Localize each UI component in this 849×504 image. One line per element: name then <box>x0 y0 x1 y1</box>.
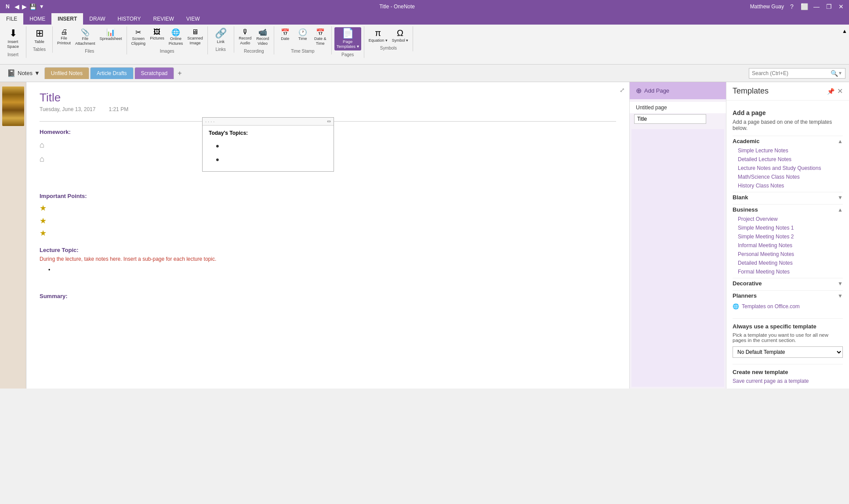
symbol-button[interactable]: Ω Symbol ▾ <box>390 27 410 44</box>
group-label-recording: Recording <box>244 47 264 54</box>
category-academic-header[interactable]: Academic ▲ <box>733 136 843 146</box>
topics-box-resize[interactable]: ⇔ <box>327 119 331 124</box>
tab-draw[interactable]: DRAW <box>83 13 111 25</box>
tab-review[interactable]: REVIEW <box>147 13 180 25</box>
table-button[interactable]: ⊞ Table <box>30 27 49 45</box>
file-attachment-button[interactable]: 📎 FileAttachment <box>73 27 97 47</box>
template-math-science-notes[interactable]: Math/Science Class Notes <box>733 173 843 181</box>
category-decorative-header[interactable]: Decorative ▼ <box>733 278 843 288</box>
default-template-select[interactable]: No Default Template <box>733 346 843 358</box>
online-pictures-button[interactable]: 🌐 OnlinePictures <box>167 27 185 47</box>
link-button[interactable]: 🔗 Link <box>211 27 230 45</box>
star-icon-2: ★ <box>40 215 616 227</box>
help-btn[interactable]: ? <box>787 3 796 10</box>
record-audio-button[interactable]: 🎙 RecordAudio <box>237 27 254 47</box>
template-simple-lecture-notes[interactable]: Simple Lecture Notes <box>733 146 843 155</box>
date-button[interactable]: 📅 Date <box>277 27 294 47</box>
tab-view[interactable]: VIEW <box>180 13 206 25</box>
notebook-selector[interactable]: 📓 Notes ▼ <box>4 67 44 79</box>
page-templates-button[interactable]: 📄 PageTemplates ▾ <box>334 27 361 50</box>
maximize-btn[interactable]: ❐ <box>824 3 833 10</box>
scanned-image-button[interactable]: 🖥 ScannedImage <box>185 27 205 47</box>
template-personal-meeting-notes[interactable]: Personal Meeting Notes <box>733 250 843 259</box>
search-btn[interactable]: 🔍 <box>831 70 838 77</box>
time-button[interactable]: 🕐 Time <box>294 27 311 47</box>
add-section-btn[interactable]: + <box>175 68 184 79</box>
category-planners-header[interactable]: Planners ▼ <box>733 290 843 301</box>
summary-label: Summary: <box>40 293 616 299</box>
page-title-input[interactable] <box>634 114 706 124</box>
tab-history[interactable]: HISTORY <box>112 13 147 25</box>
always-use-desc: Pick a template you want to use for all … <box>733 332 843 343</box>
template-detailed-lecture-notes[interactable]: Detailed Lecture Notes <box>733 155 843 164</box>
group-label-tables: Tables <box>33 45 46 52</box>
star-icon-1: ★ <box>40 202 616 215</box>
tab-insert[interactable]: INSERT <box>51 13 83 25</box>
template-formal-meeting-notes[interactable]: Formal Meeting Notes <box>733 267 843 276</box>
quick-access-more[interactable]: ▼ <box>39 4 44 10</box>
section-tab-scratchpad[interactable]: Scratchpad <box>134 67 174 79</box>
page-item-untitled[interactable]: Untitled page <box>630 102 726 113</box>
template-history-class-notes[interactable]: History Class Notes <box>733 181 843 190</box>
office-com-link[interactable]: 🌐 Templates on Office.com <box>733 301 843 312</box>
template-project-overview[interactable]: Project Overview <box>733 215 843 223</box>
date-time-icon: 📅 <box>316 28 325 36</box>
insert-space-button[interactable]: ⬇ InsertSpace <box>4 27 23 50</box>
restore-btn[interactable]: ⬜ <box>800 3 809 10</box>
template-simple-meeting-notes-1[interactable]: Simple Meeting Notes 1 <box>733 223 843 232</box>
quick-access-back[interactable]: ◀ <box>15 3 19 10</box>
category-blank-header[interactable]: Blank ▼ <box>733 192 843 202</box>
save-as-template-link[interactable]: Save current page as a template <box>733 378 843 384</box>
category-academic-label: Academic <box>733 138 759 144</box>
topics-box-content[interactable]: Today's Topics: • • <box>203 126 334 171</box>
add-page-btn[interactable]: ⊕ Add Page <box>630 82 726 99</box>
screen-clipping-button[interactable]: ✂ ScreenClipping <box>130 27 148 47</box>
insert-space-icon: ⬇ <box>9 29 17 38</box>
ribbon-collapse-btn[interactable]: ▲ <box>840 26 849 36</box>
star-icon-3: ★ <box>40 227 616 240</box>
topics-box-dots: · · · · <box>205 119 214 124</box>
always-use-title: Always use a specific template <box>733 323 843 330</box>
title-bar-right: Matthew Guay ? ⬜ — ❐ ✕ <box>750 3 845 10</box>
record-video-button[interactable]: 📹 RecordVideo <box>254 27 271 47</box>
category-business-label: Business <box>733 206 758 213</box>
templates-pin-btn[interactable]: 📌 <box>827 88 834 95</box>
table-icon: ⊞ <box>36 29 44 38</box>
quick-access-forward[interactable]: ▶ <box>22 3 27 10</box>
category-blank-chevron: ▼ <box>838 194 843 201</box>
expand-btn[interactable]: ⤢ <box>620 86 625 94</box>
date-time-button[interactable]: 📅 Date &Time <box>312 27 329 47</box>
section-tab-unfiled[interactable]: Unfiled Notes <box>44 67 89 79</box>
template-informal-meeting-notes[interactable]: Informal Meeting Notes <box>733 241 843 250</box>
ribbon-group-recording: 🎙 RecordAudio 📹 RecordVideo Recording <box>234 26 274 54</box>
equation-button[interactable]: π Equation ▾ <box>367 27 389 44</box>
pictures-button[interactable]: 🖼 Pictures <box>148 27 166 47</box>
category-decorative-label: Decorative <box>733 280 762 287</box>
template-simple-meeting-notes-2[interactable]: Simple Meeting Notes 2 <box>733 232 843 241</box>
close-btn[interactable]: ✕ <box>837 3 845 10</box>
pictures-icon: 🖼 <box>153 28 160 36</box>
record-audio-icon: 🎙 <box>242 28 249 36</box>
category-blank-label: Blank <box>733 194 748 201</box>
search-input[interactable] <box>752 70 831 76</box>
spreadsheet-button[interactable]: 📊 Spreadsheet <box>98 27 124 47</box>
file-printout-icon: 🖨 <box>61 28 68 36</box>
note-title[interactable]: Title <box>40 91 616 104</box>
templates-header: Templates 📌 ✕ <box>726 82 849 101</box>
quick-access-save[interactable]: 💾 <box>29 4 36 10</box>
onenote-logo: N <box>4 3 12 11</box>
category-business-header[interactable]: Business ▲ <box>733 204 843 215</box>
office-com-icon: 🌐 <box>733 303 739 310</box>
online-pictures-icon: 🌐 <box>171 28 180 36</box>
template-detailed-meeting-notes[interactable]: Detailed Meeting Notes <box>733 259 843 267</box>
templates-close-btn[interactable]: ✕ <box>837 87 843 95</box>
file-printout-button[interactable]: 🖨 FilePrintout <box>55 27 73 47</box>
tab-file[interactable]: FILE <box>0 13 23 25</box>
template-lecture-notes-study-questions[interactable]: Lecture Notes and Study Questions <box>733 164 843 173</box>
search-dropdown-icon[interactable]: ▼ <box>838 71 842 76</box>
page-list: Untitled page <box>630 99 726 127</box>
tab-home[interactable]: HOME <box>23 13 51 25</box>
section-tab-article[interactable]: Article Drafts <box>90 67 134 79</box>
user-name[interactable]: Matthew Guay <box>750 4 784 10</box>
minimize-btn[interactable]: — <box>812 3 821 10</box>
